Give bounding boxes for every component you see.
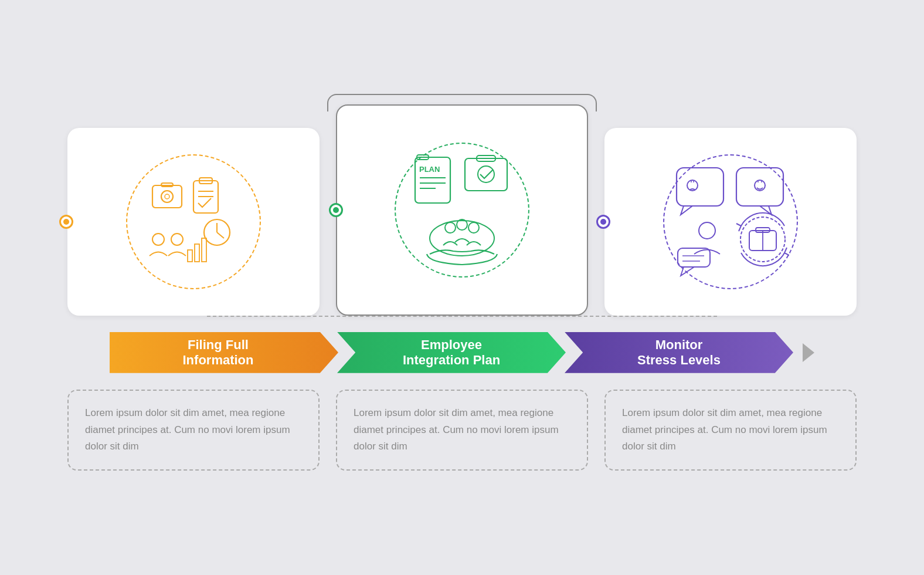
- svg-rect-15: [202, 238, 206, 262]
- svg-rect-22: [465, 158, 507, 191]
- arrow-text-integration: Employee Integration Plan: [403, 337, 500, 368]
- svg-point-12: [171, 234, 183, 245]
- svg-point-37: [699, 222, 715, 239]
- svg-rect-14: [195, 244, 199, 262]
- arrow-label-stress: Monitor Stress Levels: [565, 332, 793, 373]
- icon-circle-stress: [663, 154, 798, 289]
- body-text-integration: Lorem ipsum dolor sit dim amet, mea regi…: [354, 407, 559, 452]
- svg-text:PLAN: PLAN: [419, 165, 440, 174]
- svg-point-26: [445, 222, 456, 233]
- nav-arrow-right: [803, 343, 814, 362]
- bottom-text-row: Lorem ipsum dolor sit dim amet, mea regi…: [35, 390, 889, 471]
- dot-integration: [329, 203, 343, 217]
- svg-rect-33: [736, 168, 783, 206]
- text-block-stress: Lorem ipsum dolor sit dim amet, mea regi…: [604, 390, 857, 471]
- dot-filing: [59, 215, 73, 229]
- arrow-text-filing: Filing Full Information: [183, 337, 254, 368]
- infographic: PLAN: [0, 0, 924, 575]
- filing-icon: [141, 169, 246, 275]
- arrows-row: Filing Full Information Employee Integra…: [35, 332, 889, 373]
- arrow-label-filing: Filing Full Information: [110, 332, 338, 373]
- connector-dashed-line: [207, 316, 717, 317]
- svg-rect-29: [677, 168, 723, 206]
- svg-point-2: [165, 194, 169, 199]
- card-filing: [67, 128, 320, 316]
- arrow-integration: Employee Integration Plan: [338, 332, 566, 373]
- arrow-stress: Monitor Stress Levels: [566, 332, 793, 373]
- dot-stress: [596, 215, 610, 229]
- svg-rect-0: [152, 185, 182, 208]
- text-block-filing: Lorem ipsum dolor sit dim amet, mea regi…: [67, 390, 320, 471]
- svg-rect-38: [678, 248, 710, 267]
- body-text-filing: Lorem ipsum dolor sit dim amet, mea regi…: [85, 407, 290, 452]
- icon-circle-integration: PLAN: [395, 143, 529, 278]
- cards-row: PLAN: [35, 104, 889, 316]
- svg-point-11: [152, 234, 164, 245]
- top-bracket: [327, 94, 597, 111]
- body-text-stress: Lorem ipsum dolor sit dim amet, mea regi…: [622, 407, 827, 452]
- arrow-text-stress: Monitor Stress Levels: [637, 337, 721, 368]
- icon-circle-filing: [126, 154, 261, 289]
- arrow-filing: Filing Full Information: [110, 332, 338, 373]
- stress-icon: [672, 163, 789, 280]
- arrow-label-integration: Employee Integration Plan: [337, 332, 566, 373]
- card-integration: PLAN: [336, 104, 588, 316]
- text-block-integration: Lorem ipsum dolor sit dim amet, mea regi…: [336, 390, 588, 471]
- svg-point-1: [161, 191, 173, 202]
- svg-rect-16: [415, 157, 450, 203]
- svg-line-10: [217, 232, 224, 238]
- svg-point-28: [468, 222, 479, 233]
- svg-rect-13: [188, 250, 192, 262]
- integration-icon: PLAN: [406, 151, 518, 269]
- card-stress: [604, 128, 857, 316]
